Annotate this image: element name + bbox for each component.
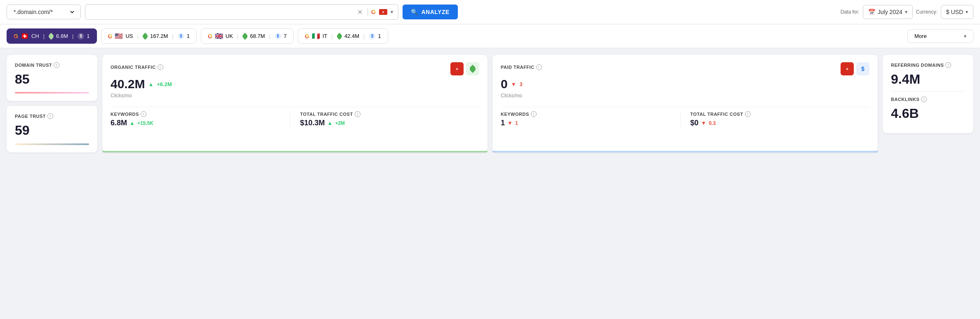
google-icon: G bbox=[371, 9, 376, 15]
organic-icons: + bbox=[450, 62, 479, 75]
divider bbox=[111, 107, 479, 107]
tab-it-cost: 1 bbox=[378, 33, 381, 39]
info-icon[interactable]: i bbox=[921, 96, 927, 102]
paid-clicks-label: Clicks/mo bbox=[501, 93, 869, 99]
info-icon[interactable]: i bbox=[47, 113, 53, 119]
tab-us[interactable]: G 🇺🇸 US | 167.2M | $ 1 bbox=[101, 28, 197, 44]
calendar-icon: 📅 bbox=[868, 9, 875, 15]
backlinks-label: BACKLINKS i bbox=[891, 96, 965, 102]
divider bbox=[501, 107, 869, 107]
page-trust-bar bbox=[15, 143, 89, 145]
info-icon[interactable]: i bbox=[531, 111, 537, 117]
dollar-icon: $ bbox=[78, 33, 84, 40]
domain-pattern-dropdown[interactable]: *.domain.com/* bbox=[12, 8, 75, 16]
cost-delta: ▲ bbox=[327, 120, 333, 126]
flag-uk-emoji: 🇬🇧 bbox=[215, 32, 223, 40]
paid-traffic-card: PAID TRAFFIC i + $ 0 ▼ 3 Clicks/mo KEYWO… bbox=[492, 55, 878, 152]
info-icon[interactable]: i bbox=[355, 111, 360, 117]
paid-keywords-label: KEYWORDS i bbox=[501, 111, 680, 117]
clear-button[interactable]: ✕ bbox=[356, 8, 364, 16]
organic-sub-metrics: KEYWORDS i 6.8M ▲ +15.5K TOTAL TRAFFIC C… bbox=[111, 111, 479, 127]
organic-clicks-label: Clicks/mo bbox=[111, 93, 479, 99]
organic-delta: ▲ bbox=[148, 81, 153, 87]
organic-cost-metric: TOTAL TRAFFIC COST i $10.3M ▲ +2M bbox=[290, 111, 480, 127]
domain-trust-value: 85 bbox=[15, 71, 89, 87]
keywords-metric: KEYWORDS i 6.8M ▲ +15.5K bbox=[111, 111, 290, 127]
tab-it[interactable]: G 🇮🇹 IT | 42.4M | $ 1 bbox=[298, 28, 388, 44]
chevron-down-icon: ▾ bbox=[905, 9, 907, 15]
info-icon[interactable]: i bbox=[945, 62, 951, 68]
flag-ch-button[interactable]: + bbox=[841, 62, 854, 75]
info-icon[interactable]: i bbox=[536, 64, 542, 70]
tab-ch-code: CH bbox=[31, 33, 39, 39]
tab-uk-traffic: 68.7M bbox=[250, 33, 265, 39]
domain-trust-bar bbox=[15, 92, 89, 94]
keywords-delta: ▲ bbox=[130, 120, 135, 126]
dollar-icon: $ bbox=[178, 33, 184, 40]
chevron-down-icon: ▾ bbox=[966, 9, 968, 15]
divider bbox=[368, 8, 368, 16]
referring-card: REFERRING DOMAINS i 9.4M BACKLINKS i 4.6… bbox=[883, 55, 973, 133]
top-bar: *.domain.com/* wikipedia.org ✕ G + ▾ 🔍 A… bbox=[0, 0, 980, 24]
analyze-button[interactable]: 🔍 ANALYZE bbox=[403, 5, 458, 19]
domain-pattern-select[interactable]: *.domain.com/* bbox=[7, 5, 81, 19]
keywords-label: KEYWORDS i bbox=[111, 111, 290, 117]
paid-cost-metric: TOTAL TRAFFIC COST i $0 ▼ 0.3 bbox=[680, 111, 870, 127]
paid-header: PAID TRAFFIC i + $ bbox=[501, 62, 869, 75]
paid-kw-delta-value: 1 bbox=[515, 120, 518, 126]
currency-select[interactable]: $ USD ▾ bbox=[941, 5, 973, 19]
tab-us-cost: 1 bbox=[187, 33, 190, 39]
organic-delta-value: +6.2M bbox=[157, 81, 172, 87]
tab-uk-cost: 7 bbox=[284, 33, 287, 39]
tab-us-traffic: 167.2M bbox=[150, 33, 168, 39]
organic-cost-label: TOTAL TRAFFIC COST i bbox=[300, 111, 480, 117]
flag-ch-icon: + bbox=[379, 9, 387, 15]
leaf-icon bbox=[336, 33, 343, 40]
flag-ch-button[interactable]: + bbox=[450, 62, 464, 75]
flag-ch-emoji: 🇨🇭 bbox=[21, 32, 29, 40]
search-icon: 🔍 bbox=[411, 9, 418, 15]
tab-uk-code: UK bbox=[226, 33, 233, 39]
paid-kw-delta: ▼ bbox=[507, 120, 513, 126]
paid-icons: + $ bbox=[841, 62, 869, 75]
chevron-down-icon[interactable]: ▾ bbox=[391, 9, 393, 15]
more-label: More bbox=[914, 33, 927, 39]
domain-trust-label: DOMAIN TRUST i bbox=[15, 62, 89, 68]
right-panel: REFERRING DOMAINS i 9.4M BACKLINKS i 4.6… bbox=[883, 55, 973, 152]
backlinks-value: 4.6B bbox=[891, 106, 965, 121]
tab-uk[interactable]: G 🇬🇧 UK | 68.7M | $ 7 bbox=[201, 28, 294, 44]
tabs-bar: G 🇨🇭 CH | 6.8M | $ 1 G 🇺🇸 US | 167.2M | … bbox=[0, 24, 980, 48]
date-select[interactable]: 📅 July 2024 ▾ bbox=[863, 5, 913, 19]
search-input[interactable]: wikipedia.org bbox=[90, 9, 352, 15]
organic-cost-value: $10.3M ▲ +2M bbox=[300, 119, 480, 127]
flag-it-emoji: 🇮🇹 bbox=[312, 32, 320, 40]
paid-main-value: 0 ▼ 3 bbox=[501, 77, 869, 91]
more-tab[interactable]: More ▾ bbox=[907, 29, 973, 43]
info-icon[interactable]: i bbox=[158, 64, 163, 70]
cost-delta-value: +2M bbox=[335, 120, 345, 126]
leaf-icon bbox=[242, 33, 249, 40]
currency-value: $ USD bbox=[946, 9, 963, 15]
paid-bottom-bar bbox=[492, 151, 878, 152]
tab-ch-cost: 1 bbox=[87, 33, 90, 39]
leaf-button[interactable] bbox=[466, 62, 479, 75]
paid-cost-delta: ▼ bbox=[701, 120, 707, 126]
paid-delta-value: 3 bbox=[520, 81, 523, 87]
tab-us-code: US bbox=[125, 33, 133, 39]
dollar-icon: $ bbox=[369, 33, 375, 40]
paid-cost-label: TOTAL TRAFFIC COST i bbox=[690, 111, 870, 117]
referring-label: REFERRING DOMAINS i bbox=[891, 62, 965, 68]
tab-it-traffic: 42.4M bbox=[344, 33, 359, 39]
currency-label: Currency: bbox=[916, 9, 938, 15]
dollar-button[interactable]: $ bbox=[856, 62, 869, 75]
keywords-value: 6.8M ▲ +15.5K bbox=[111, 119, 290, 127]
info-icon[interactable]: i bbox=[745, 111, 751, 117]
flag-us-emoji: 🇺🇸 bbox=[115, 32, 123, 40]
referring-value: 9.4M bbox=[891, 71, 965, 87]
page-trust-label: PAGE TRUST i bbox=[15, 113, 89, 119]
leaf-icon bbox=[141, 33, 148, 40]
info-icon[interactable]: i bbox=[141, 111, 146, 117]
tab-ch[interactable]: G 🇨🇭 CH | 6.8M | $ 1 bbox=[7, 28, 97, 44]
keywords-delta-value: +15.5K bbox=[137, 120, 153, 126]
info-icon[interactable]: i bbox=[54, 62, 59, 68]
